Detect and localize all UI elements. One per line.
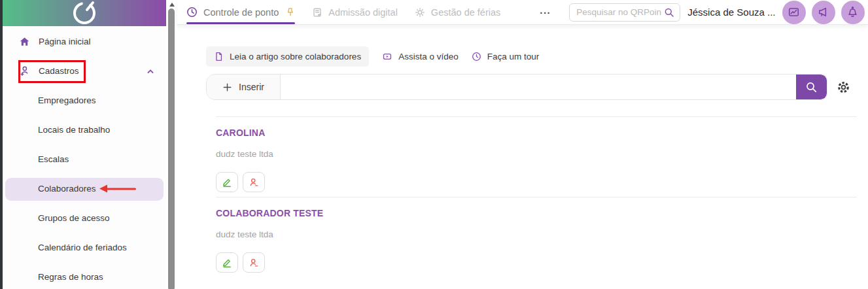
sidebar-item-regras-de-horas[interactable]: Regras de horas	[3, 262, 166, 289]
pin-icon[interactable]	[286, 7, 295, 17]
remove-person-icon	[249, 177, 259, 188]
collaborators-page: Leia o artigo sobre colaboradores Assist…	[177, 25, 868, 277]
video-icon	[382, 52, 392, 61]
tab-admissao-digital[interactable]: Admissão digital	[312, 0, 398, 24]
performance-button[interactable]	[782, 1, 806, 24]
edit-icon	[222, 177, 232, 188]
document-icon	[312, 7, 322, 18]
remove-person-icon	[249, 258, 259, 268]
main-area: Controle de ponto Admissão digital Gestã…	[177, 0, 868, 289]
take-tour-link[interactable]: Faça um tour	[472, 52, 540, 61]
clock-icon	[186, 7, 198, 18]
sidebar-item-label: Página inicial	[39, 37, 91, 46]
article-icon	[214, 52, 224, 61]
chevron-up-icon[interactable]	[147, 66, 154, 76]
employee-search-input[interactable]	[281, 75, 796, 99]
sidebar-item-label: Cadastros	[39, 66, 79, 76]
topbar-action-icons	[782, 1, 868, 24]
employee-card: COLABORADOR TESTE dudz teste ltda	[206, 197, 868, 277]
home-icon	[19, 37, 31, 47]
remove-employee-button[interactable]	[243, 252, 265, 273]
sun-icon	[415, 7, 425, 18]
tab-controle-de-ponto[interactable]: Controle de ponto	[186, 0, 295, 24]
global-search-input[interactable]	[576, 7, 661, 17]
sidebar-item-label: Calendário de feriados	[38, 243, 127, 252]
watch-video-link[interactable]: Assista o vídeo	[382, 52, 459, 61]
edit-icon	[222, 258, 232, 268]
search-icon[interactable]	[664, 7, 674, 18]
employee-card: CAROLINA dudz teste ltda	[206, 117, 868, 197]
tab-gestao-de-ferias[interactable]: Gestão de férias	[415, 0, 500, 24]
announcements-button[interactable]	[812, 1, 835, 24]
sidebar-nav: Página inicial Cadastros Empregadores	[3, 26, 166, 289]
employee-actions	[216, 172, 868, 192]
qrpoint-logo-icon	[69, 0, 99, 26]
sidebar-item-label: Empregadores	[38, 95, 96, 105]
sidebar-item-cadastros[interactable]: Cadastros	[3, 56, 166, 86]
performance-icon	[788, 6, 800, 18]
sidebar-item-locais-de-trabalho[interactable]: Locais de trabalho	[3, 115, 166, 144]
sidebar-item-label: Escalas	[38, 154, 69, 164]
sidebar-header	[3, 0, 166, 26]
help-link-label: Assista o vídeo	[398, 52, 459, 61]
sidebar-item-pagina-inicial[interactable]: Página inicial	[3, 27, 166, 56]
employee-search-bar: Inserir	[206, 74, 827, 100]
bell-icon	[846, 6, 859, 18]
more-tabs-button[interactable]: ...	[540, 5, 551, 16]
megaphone-icon	[817, 6, 829, 18]
insert-button[interactable]: Inserir	[207, 75, 281, 99]
edit-employee-button[interactable]	[216, 252, 238, 273]
tab-label: Controle de ponto	[203, 7, 279, 18]
qrpoint-app: Página inicial Cadastros Empregadores	[0, 0, 868, 289]
scrollbar-thumb[interactable]	[168, 8, 175, 289]
global-search[interactable]	[569, 3, 680, 22]
read-article-link[interactable]: Leia o artigo sobre colaboradores	[206, 46, 369, 67]
sidebar-item-label: Colaboradores	[38, 184, 96, 194]
sidebar-item-empregadores[interactable]: Empregadores	[3, 86, 166, 115]
employee-company: dudz teste ltda	[216, 149, 868, 159]
plus-icon	[222, 82, 232, 92]
tour-clock-icon	[472, 52, 481, 61]
sidebar-item-label: Grupos de acesso	[38, 213, 110, 223]
help-link-label: Leia o artigo sobre colaboradores	[230, 52, 361, 61]
sidebar-scrollbar[interactable]	[166, 0, 177, 289]
sidebar-item-grupos-de-acesso[interactable]: Grupos de acesso	[3, 203, 166, 233]
notifications-button[interactable]	[841, 1, 865, 24]
employee-company: dudz teste ltda	[216, 230, 868, 239]
tab-label: Gestão de férias	[431, 7, 500, 18]
sidebar-item-label: Locais de trabalho	[38, 125, 110, 135]
list-settings-button[interactable]	[837, 80, 850, 94]
insert-button-label: Inserir	[239, 82, 264, 92]
tab-label: Admissão digital	[328, 7, 398, 18]
employee-name-link[interactable]: CAROLINA	[216, 128, 868, 138]
sidebar-item-calendario-de-feriados[interactable]: Calendário de feriados	[3, 233, 166, 262]
sidebar-item-colaboradores[interactable]: Colaboradores	[3, 174, 166, 203]
employee-search-field[interactable]	[281, 75, 796, 99]
sidebar: Página inicial Cadastros Empregadores	[3, 0, 166, 289]
gear-icon	[837, 80, 850, 94]
employee-actions	[216, 252, 868, 273]
search-submit-button[interactable]	[796, 75, 827, 99]
help-links-row: Leia o artigo sobre colaboradores Assist…	[206, 46, 868, 67]
top-bar: Controle de ponto Admissão digital Gestã…	[177, 0, 868, 25]
sidebar-item-label: Regras de horas	[38, 272, 103, 282]
sidebar-item-escalas[interactable]: Escalas	[3, 144, 166, 174]
scrollbar-up-arrow-icon[interactable]	[169, 3, 175, 7]
employee-name-link[interactable]: COLABORADOR TESTE	[216, 208, 868, 218]
search-icon	[805, 81, 818, 94]
list-toolbar: Inserir	[206, 74, 868, 100]
user-name[interactable]: Jéssica de Souza ...	[687, 7, 775, 18]
edit-employee-button[interactable]	[216, 172, 238, 192]
remove-employee-button[interactable]	[243, 172, 265, 192]
person-add-icon	[19, 66, 31, 76]
help-link-label: Faça um tour	[487, 52, 540, 61]
